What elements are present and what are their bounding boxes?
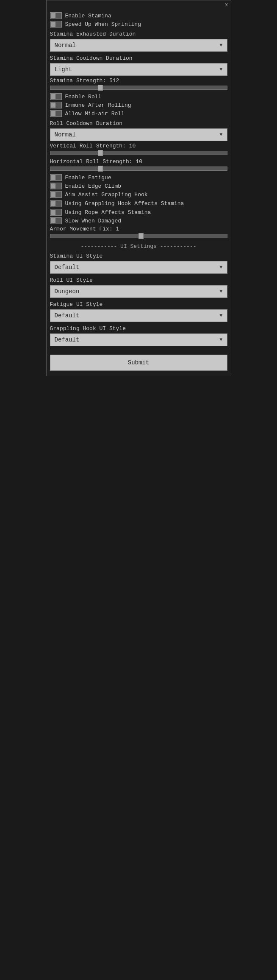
toggle-slow-when-damaged[interactable] [50, 217, 62, 224]
toggle-row-using-rope-stamina[interactable]: Using Rope Affects Stamina [50, 209, 227, 216]
ui-settings-divider: ----------- UI Settings ----------- [50, 243, 227, 250]
stamina-cooldown-dropdown[interactable]: Light ▼ [50, 63, 227, 76]
toggle-row-enable-edge-climb[interactable]: Enable Edge Climb [50, 183, 227, 189]
toggle-row-enable-fatigue[interactable]: Enable Fatigue [50, 174, 227, 181]
toggle-label-enable-roll: Enable Roll [65, 94, 102, 100]
grappling-ui-arrow-icon: ▼ [219, 337, 222, 343]
roll-ui-arrow-icon: ▼ [219, 289, 222, 294]
toggle-allow-midair-roll[interactable] [50, 110, 62, 117]
stamina-exhausted-label: Stamina Exhausted Duration [50, 31, 227, 37]
toggle-label-speed-up-sprinting: Speed Up When Sprinting [65, 21, 141, 28]
stamina-exhausted-dropdown[interactable]: Normal ▼ [50, 39, 227, 52]
toggle-row-slow-when-damaged[interactable]: Slow When Damaged [50, 217, 227, 224]
horizontal-roll-thumb[interactable] [98, 166, 103, 172]
toggle-label-enable-stamina: Enable Stamina [65, 13, 111, 19]
toggle-label-enable-edge-climb: Enable Edge Climb [65, 183, 122, 189]
grappling-ui-value: Default [55, 336, 80, 343]
fatigue-ui-dropdown[interactable]: Default ▼ [50, 309, 227, 322]
close-button[interactable]: x [225, 2, 228, 8]
submit-button[interactable]: Submit [50, 355, 227, 371]
toggle-thumb [51, 183, 55, 189]
title-bar: x [47, 0, 231, 9]
stamina-ui-label: Stamina UI Style [50, 253, 227, 259]
toggle-row-speed-up-sprinting[interactable]: Speed Up When Sprinting [50, 21, 227, 28]
content-area: Enable Stamina Speed Up When Sprinting S… [47, 9, 231, 351]
vertical-roll-slider-container: Vertical Roll Strength: 10 [50, 143, 227, 155]
roll-ui-value: Dungeon [55, 288, 80, 295]
toggle-thumb [51, 175, 55, 180]
toggle-row-enable-roll[interactable]: Enable Roll [50, 93, 227, 100]
toggle-immune-rolling[interactable] [50, 102, 62, 108]
toggle-enable-edge-climb[interactable] [50, 183, 62, 189]
settings-window: x Enable Stamina Speed Up When Sprinting… [46, 0, 231, 376]
stamina-exhausted-arrow-icon: ▼ [219, 42, 222, 48]
toggle-row-allow-midair-roll[interactable]: Allow Mid-air Roll [50, 110, 227, 117]
toggle-thumb [51, 22, 55, 27]
stamina-strength-label: Stamina Strength: 512 [50, 78, 227, 84]
toggle-label-using-grappling-stamina: Using Grappling Hook Affects Stamina [65, 200, 184, 207]
toggle-label-using-rope-stamina: Using Rope Affects Stamina [65, 209, 151, 216]
roll-ui-dropdown[interactable]: Dungeon ▼ [50, 285, 227, 298]
toggle-label-enable-fatigue: Enable Fatigue [65, 175, 111, 181]
toggle-speed-up-sprinting[interactable] [50, 21, 62, 28]
toggle-aim-assist-grappling[interactable] [50, 191, 62, 198]
horizontal-roll-label: Horizontal Roll Strength: 10 [50, 158, 227, 165]
toggle-thumb [51, 201, 55, 206]
grappling-ui-label: Grappling Hook UI Style [50, 325, 227, 332]
stamina-cooldown-label: Stamina Cooldown Duration [50, 55, 227, 61]
roll-cooldown-arrow-icon: ▼ [219, 132, 222, 138]
toggle-thumb [51, 94, 55, 99]
fatigue-ui-arrow-icon: ▼ [219, 313, 222, 319]
vertical-roll-track[interactable] [50, 151, 227, 155]
stamina-strength-track[interactable] [50, 86, 227, 90]
fatigue-ui-value: Default [55, 312, 80, 319]
stamina-ui-value: Default [55, 264, 80, 271]
stamina-strength-slider-container: Stamina Strength: 512 [50, 78, 227, 90]
toggle-row-aim-assist-grappling[interactable]: Aim Assist Grappling Hook [50, 191, 227, 198]
roll-cooldown-label: Roll Cooldown Duration [50, 120, 227, 127]
stamina-ui-arrow-icon: ▼ [219, 264, 222, 270]
stamina-exhausted-value: Normal [55, 42, 76, 49]
toggle-label-immune-rolling: Immune After Rolling [65, 102, 131, 108]
armor-movement-slider-container: Armor Movement Fix: 1 [50, 226, 227, 238]
toggle-enable-fatigue[interactable] [50, 174, 62, 181]
vertical-roll-label: Vertical Roll Strength: 10 [50, 143, 227, 149]
roll-ui-label: Roll UI Style [50, 277, 227, 283]
fatigue-ui-label: Fatigue UI Style [50, 301, 227, 308]
toggle-label-slow-when-damaged: Slow When Damaged [65, 218, 122, 224]
toggle-using-grappling-stamina[interactable] [50, 200, 62, 207]
roll-cooldown-value: Normal [55, 131, 76, 138]
toggle-thumb [51, 192, 55, 197]
toggle-thumb [51, 13, 55, 18]
toggle-thumb [51, 103, 55, 108]
stamina-strength-thumb[interactable] [98, 85, 103, 91]
toggle-enable-roll[interactable] [50, 93, 62, 100]
stamina-ui-dropdown[interactable]: Default ▼ [50, 261, 227, 274]
toggle-thumb [51, 218, 55, 223]
toggle-thumb [51, 210, 55, 215]
horizontal-roll-slider-container: Horizontal Roll Strength: 10 [50, 158, 227, 171]
armor-movement-track[interactable] [50, 234, 227, 238]
stamina-cooldown-arrow-icon: ▼ [219, 67, 222, 72]
toggle-enable-stamina[interactable] [50, 12, 62, 19]
horizontal-roll-track[interactable] [50, 167, 227, 171]
toggle-row-using-grappling-stamina[interactable]: Using Grappling Hook Affects Stamina [50, 200, 227, 207]
stamina-cooldown-value: Light [55, 66, 72, 73]
toggle-label-aim-assist-grappling: Aim Assist Grappling Hook [65, 192, 148, 198]
toggle-label-allow-midair-roll: Allow Mid-air Roll [65, 111, 125, 117]
toggle-row-enable-stamina[interactable]: Enable Stamina [50, 12, 227, 19]
toggle-row-immune-rolling[interactable]: Immune After Rolling [50, 102, 227, 108]
armor-movement-label: Armor Movement Fix: 1 [50, 226, 227, 232]
toggle-thumb [51, 111, 55, 116]
armor-movement-thumb[interactable] [138, 233, 144, 239]
vertical-roll-thumb[interactable] [98, 150, 103, 156]
toggle-using-rope-stamina[interactable] [50, 209, 62, 216]
grappling-ui-dropdown[interactable]: Default ▼ [50, 333, 227, 346]
roll-cooldown-dropdown[interactable]: Normal ▼ [50, 128, 227, 141]
